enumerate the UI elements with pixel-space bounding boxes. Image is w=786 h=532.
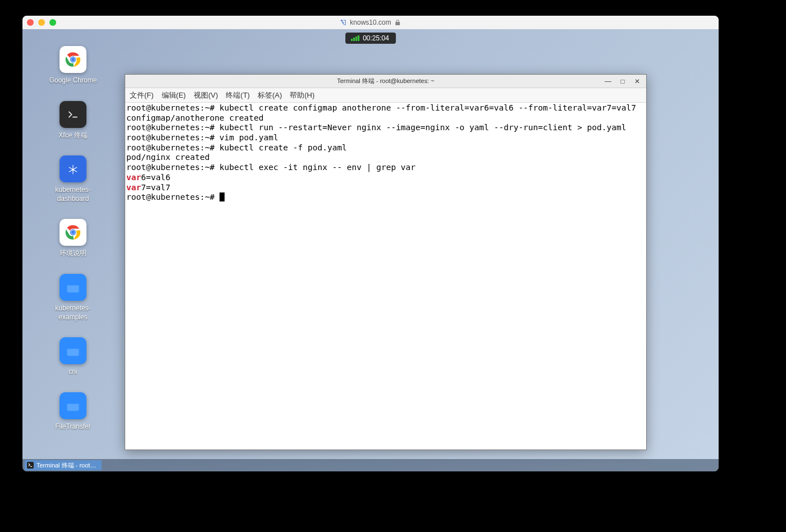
browser-window: knows10.com 00:25:04 Google ChromeXfce 终…: [22, 16, 719, 471]
taskbar-item-label: Terminal 终端 - root…: [36, 460, 96, 470]
browser-titlebar[interactable]: knows10.com: [22, 16, 719, 29]
signal-icon: [351, 35, 359, 41]
timer-value: 00:25:04: [363, 34, 389, 42]
folder-icon: [60, 337, 86, 364]
terminal-menu-item[interactable]: 终端(T): [226, 90, 250, 100]
desktop-icon-label: FileTransfer: [55, 423, 91, 432]
desktop-icon-cni[interactable]: cni: [39, 337, 107, 377]
terminal-menu-item[interactable]: 视图(V): [194, 90, 218, 100]
minimize-window-button[interactable]: [38, 19, 45, 26]
terminal-menubar: 文件(F)编辑(E)视图(V)终端(T)标签(A)帮助(H): [125, 88, 646, 103]
folder-icon: [60, 274, 86, 301]
desktop-icon-kubernetes-examples[interactable]: kubernetes-examples: [39, 274, 107, 322]
terminal-menu-item[interactable]: 标签(A): [258, 90, 282, 100]
svg-point-18: [71, 231, 75, 235]
taskbar-item-terminal[interactable]: Terminal 终端 - root…: [25, 460, 102, 470]
terminal-icon: [60, 101, 86, 128]
close-window-button[interactable]: [27, 19, 34, 26]
desktop-icon-env-desc[interactable]: 环境说明: [39, 219, 107, 258]
remote-desktop: 00:25:04 Google ChromeXfce 终端kubernetes-…: [22, 29, 719, 471]
taskbar[interactable]: Terminal 终端 - root…: [22, 459, 719, 471]
chrome-icon: [60, 46, 86, 73]
terminal-close-button[interactable]: ✕: [630, 76, 644, 87]
terminal-body[interactable]: root@kubernetes:~# kubectl create config…: [125, 103, 646, 450]
terminal-menu-item[interactable]: 文件(F): [130, 90, 154, 100]
terminal-cursor: [220, 192, 225, 201]
chrome-icon: [60, 219, 86, 246]
maximize-window-button[interactable]: [49, 19, 56, 26]
kube-icon: [60, 155, 86, 182]
desktop-icons: Google ChromeXfce 终端kubernetes-dashboard…: [39, 46, 107, 431]
terminal-window[interactable]: Terminal 终端 - root@kubernetes: ~ — □ ✕ 文…: [125, 74, 647, 450]
desktop-icon-google-chrome[interactable]: Google Chrome: [39, 46, 107, 85]
terminal-menu-item[interactable]: 编辑(E): [162, 90, 186, 100]
translate-icon: [340, 19, 346, 26]
desktop-icon-label: cni: [68, 368, 77, 377]
svg-rect-5: [65, 107, 81, 122]
url-display[interactable]: knows10.com: [340, 19, 401, 26]
terminal-icon: [27, 462, 34, 469]
url-text: knows10.com: [350, 19, 391, 26]
session-timer: 00:25:04: [345, 33, 396, 44]
traffic-lights: [27, 19, 56, 26]
desktop-icon-label: Xfce 终端: [58, 131, 87, 140]
desktop-icon-label: kubernetes-examples: [55, 304, 90, 322]
terminal-minimize-button[interactable]: —: [601, 76, 615, 87]
desktop-icon-kubernetes-dashboard[interactable]: kubernetes-dashboard: [39, 155, 107, 203]
terminal-title: Terminal 终端 - root@kubernetes: ~: [337, 77, 434, 85]
terminal-menu-item[interactable]: 帮助(H): [290, 90, 314, 100]
desktop-icon-label: kubernetes-dashboard: [55, 186, 90, 203]
desktop-icon-label: Google Chrome: [49, 76, 97, 85]
desktop-icon-label: 环境说明: [60, 249, 86, 258]
svg-point-4: [71, 58, 75, 62]
lock-icon: [395, 19, 401, 26]
terminal-maximize-button[interactable]: □: [616, 76, 629, 87]
desktop-icon-xfce-terminal[interactable]: Xfce 终端: [39, 101, 107, 140]
folder-icon: [60, 392, 86, 419]
terminal-titlebar[interactable]: Terminal 终端 - root@kubernetes: ~ — □ ✕: [125, 75, 646, 88]
desktop-icon-file-transfer[interactable]: FileTransfer: [39, 392, 107, 432]
